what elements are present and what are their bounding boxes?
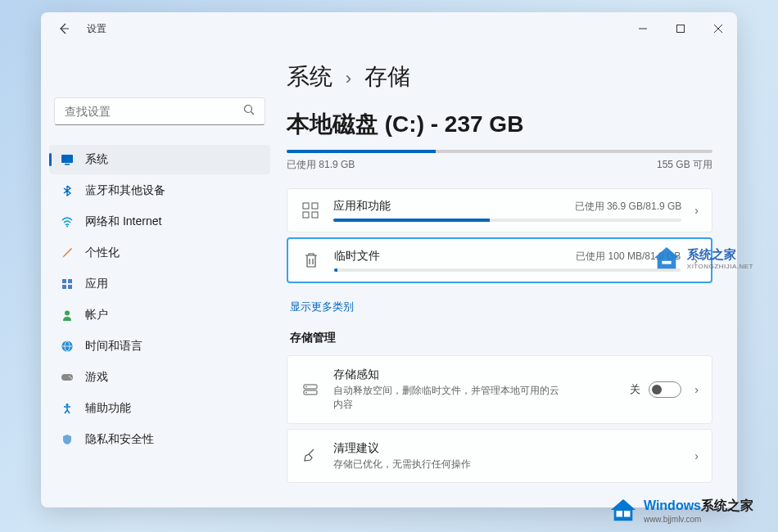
breadcrumb: 系统 › 存储 xyxy=(287,61,712,92)
sidebar-item-label: 应用 xyxy=(85,277,108,291)
mgmt-sub: 自动释放空间，删除临时文件，并管理本地可用的云内容 xyxy=(333,384,563,412)
mgmt-title: 清理建议 xyxy=(333,441,681,456)
sidebar-item-bluetooth[interactable]: 蓝牙和其他设备 xyxy=(49,176,270,205)
watermark-footer: Windows系统之家 www.bjjmlv.com xyxy=(608,498,753,524)
chevron-right-icon: › xyxy=(694,204,699,217)
sidebar-item-time-language[interactable]: 时间和语言 xyxy=(49,331,270,361)
search-icon xyxy=(243,104,255,119)
breadcrumb-current: 存储 xyxy=(364,64,410,89)
svg-rect-12 xyxy=(68,285,72,289)
sidebar-item-privacy[interactable]: 隐私和安全性 xyxy=(49,425,270,454)
sidebar-item-personalization[interactable]: 个性化 xyxy=(49,238,270,268)
chevron-right-icon: › xyxy=(346,68,351,88)
sidebar-item-apps[interactable]: 应用 xyxy=(49,269,270,299)
sidebar-item-gaming[interactable]: 游戏 xyxy=(49,363,270,392)
drive-icon xyxy=(301,380,320,399)
show-more-link[interactable]: 显示更多类别 xyxy=(290,300,354,314)
watermark-brand: 系统之家 xyxy=(687,247,753,263)
svg-line-5 xyxy=(251,112,255,115)
svg-point-8 xyxy=(66,226,68,228)
sidebar-item-label: 游戏 xyxy=(85,370,108,385)
card-apps-features[interactable]: 应用和功能 已使用 36.9 GB/81.9 GB › xyxy=(287,188,712,232)
svg-point-20 xyxy=(66,404,69,406)
sidebar-item-label: 网络和 Internet xyxy=(85,214,161,229)
broom-icon xyxy=(301,446,320,466)
svg-rect-23 xyxy=(303,212,309,218)
apps-grid-icon xyxy=(301,201,320,220)
svg-rect-24 xyxy=(312,212,318,218)
sidebar-item-label: 时间和语言 xyxy=(85,339,142,354)
bluetooth-icon xyxy=(61,184,74,197)
breadcrumb-parent[interactable]: 系统 xyxy=(287,64,332,89)
maximize-button[interactable] xyxy=(662,12,699,45)
svg-point-27 xyxy=(305,385,307,387)
svg-rect-9 xyxy=(62,279,66,283)
svg-rect-10 xyxy=(68,279,72,283)
card-cleanup-recommendations[interactable]: 清理建议 存储已优化，无需执行任何操作 › xyxy=(287,429,712,484)
card-bar-fill xyxy=(334,268,337,272)
disk-usage-bar xyxy=(287,150,712,153)
svg-rect-30 xyxy=(616,511,622,517)
card-title: 临时文件 xyxy=(334,249,380,264)
watermark-url: www.bjjmlv.com xyxy=(644,515,753,524)
disk-usage-fill xyxy=(287,150,436,153)
system-icon xyxy=(61,153,74,166)
svg-point-13 xyxy=(65,311,70,316)
storage-sense-toggle[interactable] xyxy=(649,381,681,398)
accessibility-icon xyxy=(61,402,74,415)
minimize-button[interactable] xyxy=(624,12,662,45)
card-temp-files[interactable]: 临时文件 已使用 100 MB/81.9 GB › xyxy=(287,237,712,283)
close-button[interactable] xyxy=(699,12,737,45)
svg-point-28 xyxy=(305,391,307,393)
svg-rect-7 xyxy=(65,164,70,165)
svg-rect-6 xyxy=(61,155,73,163)
watermark-url: XITONGZHIJIA.NET xyxy=(687,263,753,270)
titlebar: 设置 xyxy=(41,12,737,45)
chevron-right-icon: › xyxy=(694,449,699,462)
apps-icon xyxy=(61,277,74,291)
disk-free-label: 155 GB 可用 xyxy=(657,158,712,172)
card-storage-sense[interactable]: 存储感知 自动释放空间，删除临时文件，并管理本地可用的云内容 关 › xyxy=(287,355,712,424)
search-input[interactable] xyxy=(65,105,243,118)
sidebar-item-label: 个性化 xyxy=(85,246,120,260)
svg-rect-11 xyxy=(62,285,66,289)
sidebar-item-label: 隐私和安全性 xyxy=(85,432,154,447)
disk-used-label: 已使用 81.9 GB xyxy=(287,158,355,172)
gamepad-icon xyxy=(61,371,74,384)
sidebar-item-label: 系统 xyxy=(85,152,108,167)
sidebar: 系统 蓝牙和其他设备 网络和 Internet 个性化 应用 xyxy=(41,45,278,507)
svg-point-18 xyxy=(69,376,70,377)
svg-point-19 xyxy=(70,377,72,379)
chevron-right-icon: › xyxy=(694,383,699,396)
sidebar-item-system[interactable]: 系统 xyxy=(49,145,270,174)
main-content: 系统 › 存储 本地磁盘 (C:) - 237 GB 已使用 81.9 GB 1… xyxy=(278,45,737,507)
app-title: 设置 xyxy=(87,22,106,36)
sidebar-item-accounts[interactable]: 帐户 xyxy=(49,300,270,330)
svg-rect-21 xyxy=(303,203,309,209)
globe-icon xyxy=(61,340,74,353)
card-bar-fill xyxy=(333,219,490,222)
search-box[interactable] xyxy=(54,97,265,125)
back-button[interactable] xyxy=(54,19,74,38)
card-title: 应用和功能 xyxy=(333,199,391,214)
person-icon xyxy=(61,309,74,322)
watermark-brand-a: Windows xyxy=(644,498,701,512)
toggle-label: 关 xyxy=(630,382,640,397)
settings-window: 设置 系统 蓝牙和其他设备 xyxy=(41,12,737,507)
svg-point-4 xyxy=(245,106,252,113)
brush-icon xyxy=(61,246,74,259)
sidebar-item-label: 蓝牙和其他设备 xyxy=(85,183,165,198)
sidebar-item-network[interactable]: 网络和 Internet xyxy=(49,207,270,237)
sidebar-item-accessibility[interactable]: 辅助功能 xyxy=(49,394,270,423)
house-icon xyxy=(608,498,639,524)
svg-rect-31 xyxy=(624,511,631,517)
wifi-icon xyxy=(61,215,74,228)
mgmt-title: 存储感知 xyxy=(333,367,617,382)
card-meta: 已使用 36.9 GB/81.9 GB xyxy=(575,200,682,214)
section-title: 存储管理 xyxy=(290,331,712,345)
svg-rect-22 xyxy=(312,203,318,209)
mgmt-sub: 存储已优化，无需执行任何操作 xyxy=(333,458,563,471)
svg-rect-17 xyxy=(61,374,73,381)
watermark-brand-b: 系统之家 xyxy=(701,498,753,512)
sidebar-item-label: 辅助功能 xyxy=(85,401,131,416)
